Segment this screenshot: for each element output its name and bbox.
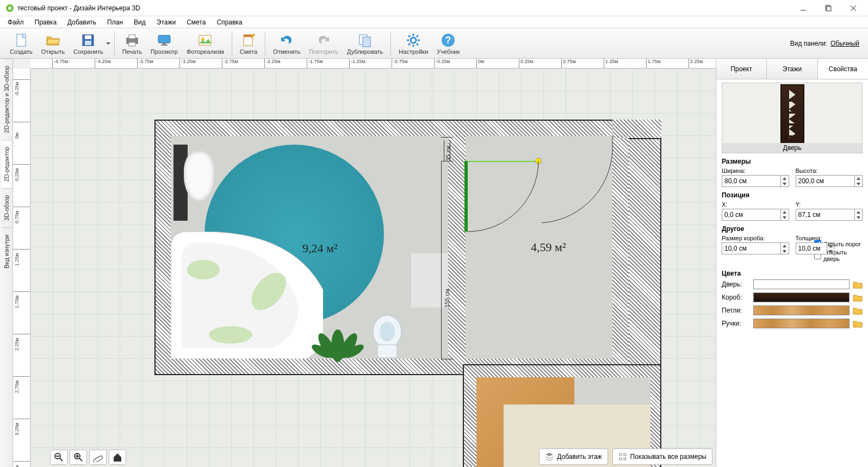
- menu-add[interactable]: Добавить: [62, 17, 102, 27]
- toolbar-separator: [232, 32, 232, 55]
- titlebar: тестовый проект - Дизайн Интерьера 3D: [0, 0, 868, 16]
- folder-icon[interactable]: [853, 306, 863, 315]
- thick-input[interactable]: [796, 242, 835, 254]
- color-swatch-hinge[interactable]: [753, 306, 850, 315]
- svg-rect-52: [93, 456, 103, 462]
- menu-estimate[interactable]: Смета: [181, 17, 211, 27]
- door-arc: [468, 161, 549, 242]
- door-preview-image: [780, 84, 804, 144]
- settings-button[interactable]: Настройки: [394, 29, 432, 58]
- sink[interactable]: [184, 151, 214, 201]
- rp-tab-floors[interactable]: Этажи: [767, 59, 817, 79]
- svg-rect-17: [199, 35, 211, 45]
- toolbar-separator: [390, 32, 391, 55]
- dim-35: 35 см: [444, 140, 450, 161]
- canvas-area: -4.75м-4.25м-3.75м-3.25м-2.75м-2.25м-1.7…: [13, 59, 716, 467]
- estimate-button[interactable]: Смета: [235, 29, 262, 58]
- create-button[interactable]: Создать: [5, 29, 37, 58]
- side-tab-2d3d[interactable]: 2D-редактор и 3D-обзор: [2, 59, 11, 140]
- plant[interactable]: [308, 319, 368, 368]
- side-tab-2d[interactable]: 2D-редактор: [2, 140, 11, 188]
- area-label-a: 9,24 м²: [302, 241, 338, 256]
- measure-button[interactable]: [89, 450, 107, 465]
- color-swatch-frame[interactable]: [753, 292, 850, 302]
- color-swatch-door[interactable]: [753, 279, 850, 289]
- viewport[interactable]: 9,24 м² 4,59 м² 35 см 155 см: [30, 69, 716, 467]
- svg-rect-59: [624, 458, 626, 460]
- close-button[interactable]: [841, 0, 866, 16]
- svg-rect-4: [827, 7, 831, 11]
- add-floor-button[interactable]: Добавить этаж: [539, 449, 607, 465]
- svg-point-36: [209, 326, 252, 344]
- thick-label: Толщина:: [796, 235, 863, 241]
- color-swatch-handle[interactable]: [753, 319, 850, 328]
- photoreal-button[interactable]: Фотореализм: [182, 29, 228, 58]
- frame-input[interactable]: [722, 242, 789, 254]
- right-panel-tabs: Проект Этажи Свойства: [716, 59, 868, 79]
- svg-rect-16: [161, 45, 168, 46]
- door-preview-caption: Дверь: [722, 143, 862, 153]
- y-label: Y:: [796, 201, 863, 208]
- minimize-button[interactable]: [791, 0, 816, 16]
- shelf[interactable]: [411, 253, 448, 308]
- spin-down[interactable]: [781, 181, 788, 186]
- bathtub[interactable]: [171, 232, 323, 359]
- toolbar-separator: [114, 32, 115, 55]
- menu-file[interactable]: Файл: [2, 17, 29, 27]
- x-input[interactable]: [722, 209, 789, 221]
- zoom-out-button[interactable]: [50, 450, 67, 465]
- rp-tab-props[interactable]: Свойства: [818, 59, 868, 79]
- show-all-dims-button[interactable]: Показывать все размеры: [612, 449, 712, 465]
- width-input[interactable]: [722, 175, 789, 187]
- side-tab-3d[interactable]: 3D-обзор: [2, 188, 11, 227]
- menu-edit[interactable]: Правка: [29, 17, 63, 27]
- monitor-icon: [157, 32, 172, 48]
- notepad-icon: [241, 32, 256, 48]
- spin-up[interactable]: [781, 176, 788, 181]
- picture-icon: [197, 32, 213, 48]
- bottom-tools: [50, 450, 126, 465]
- folder-icon[interactable]: [853, 293, 863, 302]
- svg-rect-22: [363, 37, 370, 47]
- rp-tab-project[interactable]: Проект: [716, 59, 767, 79]
- home-button[interactable]: [109, 450, 126, 465]
- menu-plan[interactable]: План: [102, 17, 128, 27]
- save-button[interactable]: Сохранить: [69, 29, 108, 58]
- y-input[interactable]: [796, 209, 863, 221]
- colors-heading: Цвета: [722, 270, 863, 277]
- height-input[interactable]: [796, 175, 863, 187]
- menu-view[interactable]: Вид: [128, 17, 151, 27]
- folder-icon[interactable]: [853, 319, 863, 328]
- side-tab-inside[interactable]: Вид изнутри: [2, 227, 11, 275]
- redo-button[interactable]: Повторить: [305, 29, 343, 58]
- layers-icon: [545, 452, 554, 461]
- toolbar: Создать Открыть Сохранить Печать Просмот…: [0, 28, 868, 59]
- svg-rect-10: [85, 41, 91, 45]
- menu-floors[interactable]: Этажи: [151, 17, 181, 27]
- panel-mode-label: Вид панели:: [790, 40, 827, 47]
- svg-rect-56: [619, 453, 622, 456]
- side-tabs: 2D-редактор и 3D-обзор 2D-редактор 3D-об…: [0, 59, 13, 467]
- folder-icon[interactable]: [853, 280, 863, 289]
- menu-help[interactable]: Справка: [211, 17, 247, 27]
- open-button[interactable]: Открыть: [37, 29, 69, 58]
- duplicate-button[interactable]: Дублировать: [343, 29, 387, 58]
- svg-line-30: [408, 43, 410, 45]
- svg-rect-15: [163, 43, 166, 45]
- tutorial-button[interactable]: ? Учебник: [432, 29, 464, 58]
- other-heading: Другое: [722, 225, 863, 233]
- position-heading: Позиция: [722, 191, 863, 199]
- print-button[interactable]: Печать: [118, 29, 146, 58]
- toilet[interactable]: [372, 314, 402, 359]
- zoom-in-button[interactable]: [70, 450, 87, 465]
- preview-button[interactable]: Просмотр: [146, 29, 182, 58]
- maximize-button[interactable]: [816, 0, 841, 16]
- gear-icon: [406, 32, 421, 48]
- ruler-horizontal: -4.75м-4.25м-3.75м-3.25м-2.75м-2.25м-1.7…: [30, 59, 716, 69]
- svg-line-31: [417, 35, 418, 37]
- panel-mode-link[interactable]: Обычный: [830, 40, 859, 47]
- save-dropdown[interactable]: [106, 28, 111, 58]
- color-row-frame: Короб:: [722, 292, 863, 302]
- dims-icon: [618, 452, 627, 461]
- undo-button[interactable]: Отменить: [269, 29, 305, 58]
